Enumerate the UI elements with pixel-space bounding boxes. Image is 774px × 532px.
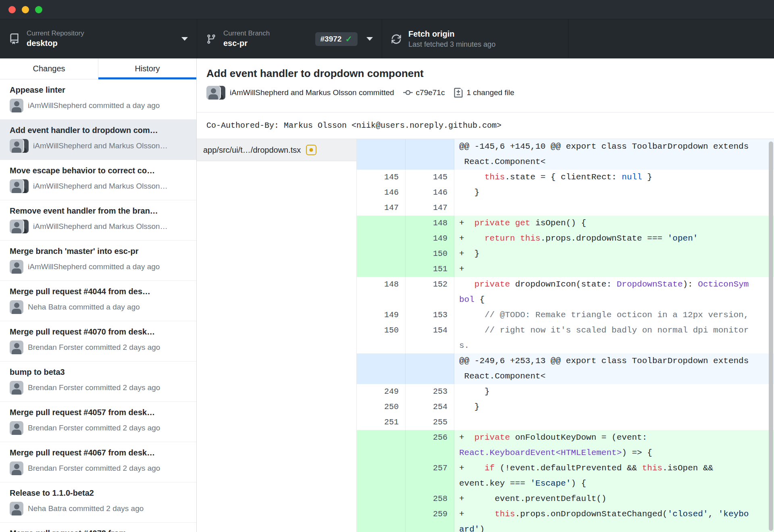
avatar — [10, 300, 23, 314]
diff-new-line-number: 256 — [406, 430, 454, 461]
commit-list-item[interactable]: Merge pull request #4067 from desk…Brend… — [0, 442, 196, 482]
commit-avatars — [10, 260, 23, 274]
diff-new-line-number: 255 — [406, 415, 454, 430]
commit-list-item[interactable]: Remove event handler from the bran…iAmWi… — [0, 200, 196, 241]
diff-new-line-number: 254 — [406, 399, 454, 415]
commit-list-item[interactable]: Appease linteriAmWillShepherd committed … — [0, 79, 196, 120]
avatar — [10, 381, 23, 395]
tab-changes[interactable]: Changes — [0, 58, 98, 79]
commit-list-item[interactable]: Merge pull request #4044 from des…Neha B… — [0, 281, 196, 321]
app-body: Changes History Appease linteriAmWillShe… — [0, 58, 774, 532]
diff-code-line: } — [459, 399, 774, 415]
commit-item-title: Remove event handler from the bran… — [10, 206, 187, 216]
current-branch-label: Current Branch — [223, 29, 270, 37]
sidebar-tabs: Changes History — [0, 58, 196, 79]
diff-row: 256+ private onFoldoutKeyDown = (event: … — [357, 430, 774, 461]
commit-avatars — [10, 139, 29, 153]
close-window-button[interactable] — [8, 6, 16, 13]
commit-item-title: Merge pull request #4044 from des… — [10, 287, 187, 297]
changed-file-name: app/src/ui/t…/dropdown.tsx — [203, 145, 301, 155]
commit-detail: Add event handler to dropdown component … — [197, 58, 774, 532]
commit-item-meta: iAmWillShepherd and Markus Olsson… — [10, 139, 187, 153]
commit-list-item[interactable]: bump to beta3Brendan Forster committed 2… — [0, 362, 196, 402]
diff-old-line-number: 148 — [357, 277, 406, 308]
commit-list-item[interactable]: Move escape behavior to correct co…iAmWi… — [0, 160, 196, 200]
pull-request-number: #3972 — [320, 35, 342, 44]
sync-icon — [391, 34, 402, 44]
current-branch-button[interactable]: Current Branch esc-pr #3972 ✓ — [197, 19, 382, 58]
diff-row: 259+ this.props.onDropdownStateChanged('… — [357, 507, 774, 532]
commit-list-item[interactable]: Add event handler to dropdown com…iAmWil… — [0, 120, 196, 160]
fetch-origin-button[interactable]: Fetch origin Last fetched 3 minutes ago — [382, 19, 568, 58]
diff-code: @@ -145,6 +145,10 @@ export class Toolba… — [454, 139, 774, 170]
diff-old-line-number: 251 — [357, 415, 406, 430]
diff-row: @@ -145,6 +145,10 @@ export class Toolba… — [357, 139, 774, 170]
commit-item-byline: iAmWillShepherd and Markus Olsson… — [33, 182, 168, 191]
diff-row: 151+ — [357, 262, 774, 277]
diff-new-line-number: 154 — [406, 323, 454, 353]
avatar — [10, 421, 23, 435]
diff-old-line-number — [357, 461, 406, 491]
diff-old-line-number — [357, 231, 406, 246]
diff-new-line-number: 147 — [406, 200, 454, 216]
commit-list-item[interactable]: Merge pull request #4072 from…Brendan Fo… — [0, 523, 196, 532]
avatar — [10, 461, 23, 475]
commit-item-byline: iAmWillShepherd committed a day ago — [28, 101, 160, 110]
diff-old-line-number — [357, 491, 406, 507]
diff-code: // @TODO: Remake triangle octicon in a 1… — [454, 308, 774, 323]
zoom-window-button[interactable] — [35, 6, 42, 13]
diff-old-line-number: 250 — [357, 399, 406, 415]
commit-list-item[interactable]: Merge branch 'master' into esc-priAmWill… — [0, 241, 196, 281]
diff-row: 146146 } — [357, 185, 774, 200]
file-diff-icon — [454, 88, 463, 98]
diff-code-line: s. — [459, 338, 774, 353]
diff-new-line-number: 150 — [406, 246, 454, 262]
avatar — [10, 260, 23, 274]
minimize-window-button[interactable] — [22, 6, 29, 13]
diff-code: + if (!event.defaultPrevented && this.is… — [454, 461, 774, 491]
commit-item-title: Add event handler to dropdown com… — [10, 125, 187, 135]
diff-scrollbar-thumb[interactable] — [769, 141, 773, 531]
diff-code: } — [454, 185, 774, 200]
commit-list-item[interactable]: Release to 1.1.0-beta2Neha Batra committ… — [0, 482, 196, 523]
diff-code: + this.props.onDropdownStateChanged('clo… — [454, 507, 774, 532]
diff-code-line: this.state = { clientRect: null } — [459, 170, 774, 185]
commit-list-item[interactable]: Merge pull request #4070 from desk…Brend… — [0, 321, 196, 362]
current-repository-value: desktop — [27, 38, 84, 48]
commit-avatars — [10, 341, 23, 354]
commit-item-meta: Neha Batra committed a day ago — [10, 300, 187, 314]
tab-history[interactable]: History — [98, 58, 196, 79]
diff-old-line-number — [357, 353, 406, 384]
commit-item-byline: Neha Batra committed a day ago — [28, 303, 140, 312]
commit-avatars — [10, 502, 23, 515]
history-sidebar: Changes History Appease linteriAmWillShe… — [0, 58, 197, 532]
modified-file-icon — [306, 145, 316, 155]
diff-old-line-number — [357, 262, 406, 277]
diff-view: @@ -145,6 +145,10 @@ export class Toolba… — [357, 139, 774, 532]
current-repository-button[interactable]: Current Repository desktop — [0, 19, 197, 58]
diff-old-line-number: 145 — [357, 170, 406, 185]
diff-row: 149153 // @TODO: Remake triangle octicon… — [357, 308, 774, 323]
changed-file-row[interactable]: app/src/ui/t…/dropdown.tsx — [197, 139, 356, 161]
commit-authors: iAmWillShepherd and Markus Olsson commit… — [230, 88, 394, 97]
commit-sha: c79e71c — [416, 88, 445, 97]
commit-list: Appease linteriAmWillShepherd committed … — [0, 79, 196, 532]
diff-code-line: @@ -145,6 +145,10 @@ export class Toolba… — [459, 139, 774, 154]
diff-code: + private get isOpen() { — [454, 216, 774, 231]
commit-meta: iAmWillShepherd and Markus Olsson commit… — [206, 86, 763, 100]
avatar — [10, 341, 23, 354]
commit-list-item[interactable]: Merge pull request #4057 from desk…Brend… — [0, 402, 196, 442]
chevron-down-icon — [366, 37, 373, 41]
diff-old-line-number — [357, 430, 406, 461]
diff-new-line-number: 258 — [406, 491, 454, 507]
commit-item-byline: iAmWillShepherd and Markus Olsson… — [33, 141, 168, 150]
diff-code-line: ard') — [459, 522, 774, 532]
diff-old-line-number: 146 — [357, 185, 406, 200]
pull-request-badge[interactable]: #3972 ✓ — [315, 32, 358, 46]
commit-avatars — [10, 421, 23, 435]
diff-new-line-number: 149 — [406, 231, 454, 246]
diff-old-line-number: 149 — [357, 308, 406, 323]
diff-code — [454, 415, 774, 430]
commit-avatars — [10, 381, 23, 395]
diff-new-line-number: 146 — [406, 185, 454, 200]
